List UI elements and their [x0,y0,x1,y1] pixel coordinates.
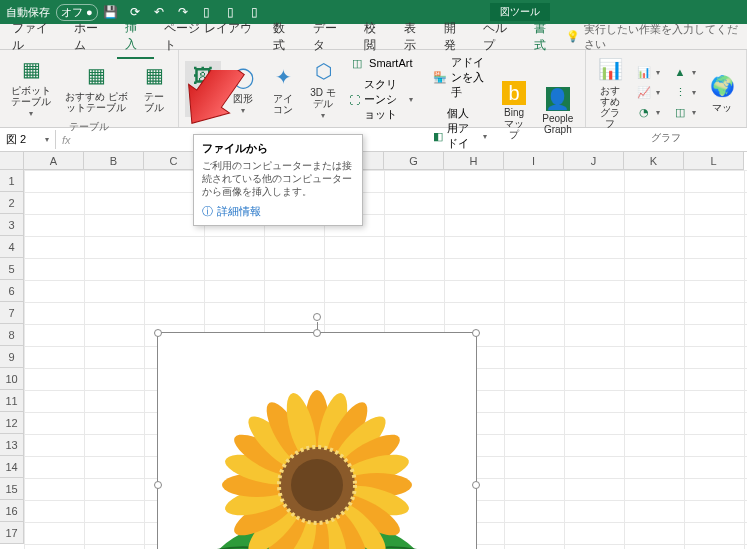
row-header[interactable]: 6 [0,280,24,302]
row-header[interactable]: 8 [0,324,24,346]
row-header[interactable]: 15 [0,478,24,500]
store-icon: 🏪 [433,70,447,86]
column-header[interactable]: B [84,152,144,170]
scatter-chart-icon: ⋮ [672,84,688,100]
table-button[interactable]: ▦テーブル [136,59,172,115]
column-header[interactable]: L [684,152,744,170]
column-header[interactable]: G [384,152,444,170]
table-icon: ▦ [140,61,168,89]
chart-type-button[interactable]: 📈▾ [632,82,664,102]
get-addins-button[interactable]: 🏪アドインを入手 [429,53,492,102]
svg-point-28 [291,459,343,511]
bing-maps-button[interactable]: bBing マップ [495,79,532,142]
resize-handle-nw[interactable] [154,329,162,337]
ribbon-tabs: ファイル ホーム 挿入 ページ レイアウト 数式 データ 校閲 表示 開発 ヘル… [0,24,747,50]
group-charts: 📊おすすめ グラフ 📊▾ 📈▾ ◔▾ ▲▾ ⋮▾ ◫▾ 🌍マッ グラフ [586,50,747,127]
name-box[interactable]: 図 2▾ [0,130,56,149]
chart-type-button[interactable]: ◔▾ [632,102,664,122]
formula-bar: 図 2▾ fx [0,128,747,152]
group-addins: 🏪アドインを入手 ◧個人用アドイン▾ bBing マップ 👤People Gra… [423,50,587,127]
smartart-button[interactable]: ◫SmartArt [345,53,416,73]
sunflower-image [187,355,447,550]
tooltip-more-info[interactable]: ⓘ詳細情報 [202,204,354,219]
resize-handle-w[interactable] [154,481,162,489]
inserted-image-frame[interactable] [157,332,477,549]
tell-me-search[interactable]: 💡 実行したい作業を入力してください [566,22,743,52]
row-header[interactable]: 2 [0,192,24,214]
row-header[interactable]: 13 [0,434,24,456]
column-header[interactable]: K [624,152,684,170]
ribbon: ▦ピボット テーブル▾ ▦おすすめ ピボットテーブル ▦テーブル テーブル 🖼画… [0,50,747,128]
info-icon: ⓘ [202,204,213,219]
row-header[interactable]: 9 [0,346,24,368]
red-arrow-callout [175,70,295,150]
rec-pivot-icon: ▦ [82,61,110,89]
bing-icon: b [502,81,526,105]
select-all-corner[interactable] [0,152,24,170]
pivot-table-button[interactable]: ▦ピボット テーブル▾ [6,53,57,120]
chart-icon: 📊 [596,55,624,83]
row-header[interactable]: 1 [0,170,24,192]
column-header[interactable]: H [444,152,504,170]
addins-icon: ◧ [433,128,443,144]
maps-button[interactable]: 🌍マッ [704,70,740,115]
people-icon: 👤 [546,87,570,111]
row-header[interactable]: 11 [0,390,24,412]
resize-handle-e[interactable] [472,481,480,489]
worksheet[interactable]: ABCDEFGHIJKL 1234567891011121314151617 [0,152,747,549]
chevron-down-icon: ▾ [45,135,49,144]
smartart-icon: ◫ [349,55,365,71]
fx-icon[interactable]: fx [56,134,77,146]
row-header[interactable]: 16 [0,500,24,522]
area-chart-icon: ▲ [672,64,688,80]
row-header[interactable]: 12 [0,412,24,434]
lightbulb-icon: 💡 [566,30,580,43]
pie-chart-icon: ◔ [636,104,652,120]
row-header[interactable]: 10 [0,368,24,390]
recommended-charts-button[interactable]: 📊おすすめ グラフ [592,53,628,131]
row-headers: 1234567891011121314151617 [0,170,24,544]
resize-handle-n[interactable] [313,329,321,337]
rotate-handle[interactable] [313,313,321,321]
pivot-icon: ▦ [17,55,45,83]
cube-icon: ⬡ [309,57,337,85]
column-header[interactable]: I [504,152,564,170]
chart-type-button[interactable]: ⋮▾ [668,82,700,102]
row-header[interactable]: 17 [0,522,24,544]
column-header[interactable]: A [24,152,84,170]
column-header[interactable]: J [564,152,624,170]
row-header[interactable]: 3 [0,214,24,236]
map-icon: 🌍 [708,72,736,100]
chart-type-button[interactable]: ◫▾ [668,102,700,122]
resize-handle-ne[interactable] [472,329,480,337]
screenshot-button[interactable]: ⛶スクリーンショット▾ [345,75,416,124]
row-header[interactable]: 14 [0,456,24,478]
recommended-pivot-button[interactable]: ▦おすすめ ピボットテーブル [61,59,132,115]
chart-type-button[interactable]: ▲▾ [668,62,700,82]
tooltip-body: ご利用のコンピューターまたは接続されている他のコンピューターから画像を挿入します… [202,159,354,198]
combo-chart-icon: ◫ [672,104,688,120]
row-header[interactable]: 7 [0,302,24,324]
column-headers: ABCDEFGHIJKL [24,152,747,170]
group-tables: ▦ピボット テーブル▾ ▦おすすめ ピボットテーブル ▦テーブル テーブル [0,50,179,127]
row-header[interactable]: 4 [0,236,24,258]
chart-type-button[interactable]: 📊▾ [632,62,664,82]
screenshot-icon: ⛶ [349,92,360,108]
3dmodel-button[interactable]: ⬡3D モデル▾ [305,55,341,122]
row-header[interactable]: 5 [0,258,24,280]
line-chart-icon: 📈 [636,84,652,100]
bar-chart-icon: 📊 [636,64,652,80]
people-graph-button[interactable]: 👤People Graph [537,85,579,137]
